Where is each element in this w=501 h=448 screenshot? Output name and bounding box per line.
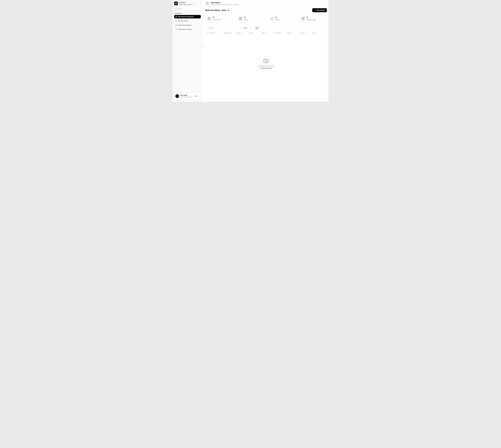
- page-header-text: Renovations Manage renovations projects,…: [211, 2, 239, 5]
- column-label: Target: [287, 32, 290, 33]
- column-header-current-stage[interactable]: Current Stage: [274, 32, 287, 33]
- folder-plus-icon: [263, 58, 269, 64]
- column-header-status[interactable]: Status: [262, 32, 274, 33]
- main-area: Renovations Manage renovations projects,…: [202, 0, 328, 102]
- stat-card-at-risk: 0 At Risk: [268, 14, 296, 23]
- app-window: SATORI Building Lifecycle Platform CATAL…: [173, 0, 328, 102]
- status-filter-label: Status: [243, 27, 247, 29]
- stats-row: 0 Total Projects 0 Active: [205, 14, 327, 23]
- stat-label: Approved Value: [307, 19, 316, 20]
- trending-up-icon: [175, 29, 177, 30]
- chevron-down-icon: [263, 28, 264, 29]
- sort-icon: [252, 32, 254, 33]
- column-header-address[interactable]: Address: [236, 32, 249, 33]
- welcome-heading: Welcome Back, John: [205, 9, 229, 11]
- table-search[interactable]: [207, 26, 241, 30]
- welcome-text: Welcome Back, John: [205, 9, 226, 11]
- brand-tagline: Building Lifecycle Platform: [179, 4, 192, 5]
- stat-value: 0: [275, 16, 280, 19]
- column-header-schedule[interactable]: Schedule: [300, 32, 312, 33]
- stat-label: At Risk: [275, 19, 280, 20]
- sidebar-item-label: My Renovations: [178, 20, 188, 22]
- stat-label: Active: [244, 19, 248, 20]
- column-label: Status: [262, 32, 265, 33]
- sort-icon: [316, 32, 317, 33]
- content: Welcome Back, John New Project: [202, 7, 328, 102]
- column-label: Project Name: [224, 32, 230, 33]
- user-meta: John Smith johnsmith@gmail.com: [180, 95, 192, 98]
- column-label: Quoted: [312, 32, 316, 33]
- file-icon: [175, 24, 177, 26]
- stat-card-active: 0 Active: [236, 14, 264, 23]
- sidebar-nav: Renovations Dashboard My Renovations Quo…: [174, 15, 201, 31]
- brand-switcher[interactable]: SATORI Building Lifecycle Platform: [174, 1, 201, 5]
- stat-text: 0 At Risk: [275, 16, 280, 20]
- sidebar-item-renovations-progress[interactable]: Renovations Progress: [174, 28, 201, 31]
- table-toolbar: Status Project Type: [205, 25, 327, 30]
- table-body: No renovation projects found + Create Fi…: [205, 34, 327, 99]
- column-label: Address: [236, 32, 240, 33]
- brand-text: SATORI Building Lifecycle Platform: [179, 2, 192, 5]
- new-project-label: New Project: [317, 9, 325, 11]
- sidebar-section-label: CATALOGUE: [174, 13, 200, 14]
- column-label: Project #: [210, 32, 214, 33]
- sort-icon: [214, 32, 216, 33]
- sort-icon: [241, 32, 242, 33]
- table-search-input[interactable]: [210, 27, 240, 29]
- stat-value: 0: [307, 16, 316, 19]
- welcome-row: Welcome Back, John New Project: [205, 8, 327, 12]
- chevron-right-icon: [202, 46, 203, 48]
- stat-value: 0: [244, 16, 248, 19]
- stat-card-total-projects: 0 Total Projects: [205, 14, 233, 23]
- wrench-icon: [205, 1, 210, 6]
- user-profile-card[interactable]: JS John Smith johnsmith@gmail.com: [174, 93, 201, 99]
- project-type-filter-select[interactable]: Project Type: [254, 26, 266, 30]
- stat-text: 0 Approved Value: [307, 16, 316, 20]
- sidebar-collapse-button[interactable]: [201, 46, 204, 49]
- dollar-icon: [301, 16, 305, 21]
- sidebar-search[interactable]: [174, 7, 201, 10]
- new-project-button[interactable]: New Project: [312, 8, 327, 12]
- search-icon: [208, 27, 209, 29]
- sidebar-item-quotes-management[interactable]: Quotes Management: [174, 23, 201, 27]
- chevron-down-icon[interactable]: [198, 96, 199, 97]
- user-email: johnsmith@gmail.com: [180, 96, 192, 98]
- alert-octagon-icon: [270, 16, 274, 21]
- status-filter-select[interactable]: Status: [242, 26, 253, 30]
- sort-icon: [231, 32, 232, 33]
- stat-text: 0 Active: [244, 16, 248, 20]
- sidebar-search-input[interactable]: [178, 8, 200, 10]
- column-label: Schedule: [300, 32, 304, 33]
- page-title: Renovations: [211, 2, 239, 4]
- stat-card-approved-value: 0 Approved Value: [299, 14, 327, 23]
- select-all-checkbox[interactable]: [207, 32, 209, 33]
- empty-state: No renovation projects found + Create Fi…: [258, 58, 274, 69]
- projects-table-card: Status Project Type: [205, 25, 327, 99]
- column-header-project-number[interactable]: Project #: [207, 32, 224, 33]
- sidebar-item-renovations-dashboard[interactable]: Renovations Dashboard: [174, 15, 201, 18]
- sidebar-item-my-renovations[interactable]: My Renovations: [174, 19, 201, 23]
- column-label: Current Stage: [274, 32, 281, 33]
- column-header-client[interactable]: Client: [249, 32, 262, 33]
- chevron-down-icon[interactable]: [193, 3, 195, 4]
- sidebar-item-label: Renovations Progress: [178, 29, 192, 30]
- column-header-target[interactable]: Target: [287, 32, 300, 33]
- user-name: John Smith: [180, 95, 192, 96]
- column-header-project-name[interactable]: Project Name: [224, 32, 236, 33]
- create-first-project-button[interactable]: + Create First Project: [258, 67, 274, 69]
- waving-hand-icon: [227, 9, 229, 12]
- plus-icon: [314, 10, 316, 11]
- sort-icon: [304, 32, 306, 33]
- avatar: JS: [175, 94, 179, 98]
- satori-logo-icon: [174, 1, 178, 5]
- search-icon: [175, 8, 177, 10]
- column-header-quoted[interactable]: Quoted: [312, 32, 325, 33]
- folder-icon: [207, 16, 211, 21]
- check-circle-icon: [239, 16, 243, 21]
- stat-value: 0: [213, 16, 221, 19]
- sidebar-item-label: Quotes Management: [178, 24, 191, 26]
- bell-icon[interactable]: [195, 95, 197, 97]
- grid-icon: [175, 16, 177, 17]
- empty-message: No renovation projects found: [258, 65, 274, 67]
- project-type-filter-label: Project Type: [255, 27, 261, 30]
